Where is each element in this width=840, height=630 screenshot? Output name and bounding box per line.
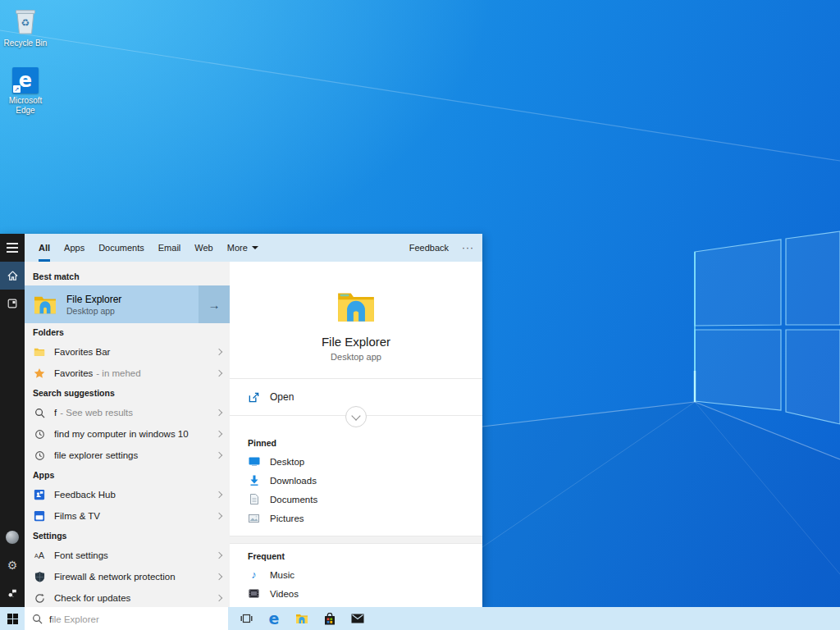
search-icon [32,614,43,624]
notebook-button[interactable] [0,290,25,317]
chevron-right-icon [216,491,222,498]
edge-icon: e [269,611,280,627]
history-icon [33,449,46,462]
section-label-apps: Apps [25,466,230,484]
music-icon: ♪ [248,568,260,582]
chevron-right-icon [216,595,222,601]
search-panel-body: Best match File Explorer Desktop app [25,262,482,607]
shortcut-arrow-icon: ↗ [13,85,21,93]
pinned-item-pictures[interactable]: Pictures [248,509,464,527]
search-panel-main: All Apps Documents Email Web More Feedba… [25,234,482,607]
videos-icon [248,587,260,600]
best-match-result[interactable]: File Explorer Desktop app → [25,285,230,323]
section-label-settings: Settings [25,527,230,545]
mail-taskbar-button[interactable] [344,607,372,630]
best-match-subtitle: Desktop app [66,306,121,316]
chevron-right-icon [216,409,222,416]
chevron-right-icon [216,452,222,459]
pinned-section: Pinned Desktop Downloads [230,434,482,527]
account-button[interactable] [0,523,25,551]
result-favorites[interactable]: Favorites- in mehed [25,363,230,384]
frequent-item-music[interactable]: ♪ Music [248,565,464,584]
result-history-suggestion[interactable]: find my computer in windows 10 [25,423,230,445]
pinned-item-documents[interactable]: Documents [248,490,464,509]
tab-email[interactable]: Email [158,234,181,262]
file-explorer-icon [33,294,57,315]
task-view-button[interactable] [232,607,260,630]
home-button[interactable] [0,262,25,290]
arrow-right-icon: → [208,298,221,312]
desktop-icon-recycle-bin[interactable]: ♻ Recycle Bin [2,7,49,48]
best-match-expand-button[interactable]: → [199,285,230,323]
chevron-right-icon [216,513,222,519]
start-button[interactable] [0,607,25,630]
best-match-heading: Best match [25,262,230,285]
result-font-settings[interactable]: AA Font settings [25,545,230,566]
result-favorites-bar[interactable]: Favorites Bar [25,341,230,363]
result-web-search[interactable]: f- See web results [25,402,230,423]
result-films-tv[interactable]: Films & TV [25,505,230,527]
chevron-down-icon [351,411,360,420]
preview-header: File Explorer Desktop app [230,262,482,379]
best-match-title: File Explorer [66,294,121,306]
overflow-menu-button[interactable]: ··· [462,234,474,262]
star-icon [33,367,46,380]
folder-icon [33,345,46,358]
tab-web[interactable]: Web [194,234,212,262]
notebook-icon [7,298,18,309]
refresh-icon [33,591,46,605]
font-settings-icon: AA [33,549,46,562]
pinned-item-desktop[interactable]: Desktop [248,452,464,471]
search-tabbar: All Apps Documents Email Web More Feedba… [25,234,482,262]
edge-taskbar-button[interactable]: e [260,607,288,630]
feedback-person-icon [7,587,18,599]
home-icon [7,270,19,282]
collapse-button[interactable] [345,406,367,427]
search-results-list: Best match File Explorer Desktop app [25,262,230,607]
chevron-right-icon [216,370,222,377]
file-explorer-icon [295,613,308,624]
file-explorer-icon-large [336,288,377,324]
feedback-button[interactable] [0,579,25,607]
settings-button[interactable]: ⚙ [0,551,25,579]
section-label-search-suggestions: Search suggestions [25,384,230,402]
mail-icon [351,614,364,623]
pictures-icon [248,512,260,525]
chevron-right-icon [216,573,222,580]
menu-button[interactable] [0,234,25,262]
films-tv-icon [33,509,46,523]
result-firewall[interactable]: Firewall & network protection [25,566,230,587]
feedback-link[interactable]: Feedback [409,234,449,262]
recycle-bin-icon: ♻ [11,7,39,36]
tab-apps[interactable]: Apps [64,234,84,262]
result-history-suggestion[interactable]: file explorer settings [25,445,230,466]
tab-more[interactable]: More [227,234,258,262]
feedback-hub-icon [33,488,46,501]
taskbar-search-box[interactable]: file Explorer [25,607,228,630]
result-preview-pane: File Explorer Desktop app Open [230,262,482,607]
best-match-main[interactable]: File Explorer Desktop app [25,285,199,323]
frequent-section: Frequent ♪ Music Videos [230,547,482,603]
desktop-icon-microsoft-edge[interactable]: e ↗ Microsoft Edge [2,67,49,115]
pinned-item-downloads[interactable]: Downloads [248,471,464,490]
open-label: Open [270,391,294,403]
chevron-right-icon [216,349,222,355]
result-check-updates[interactable]: Check for updates [25,587,230,607]
gear-icon: ⚙ [7,559,18,571]
tab-all[interactable]: All [39,234,50,262]
desktop-icon-label: Microsoft Edge [2,96,49,115]
store-taskbar-button[interactable] [316,607,344,630]
preview-subtitle: Desktop app [331,352,381,362]
frequent-label: Frequent [248,547,464,565]
frequent-item-videos[interactable]: Videos [248,584,464,603]
documents-icon [248,493,260,506]
shield-icon [33,570,46,583]
windows-logo-icon [7,614,18,624]
chevron-right-icon [216,431,222,437]
file-explorer-taskbar-button[interactable] [288,607,316,630]
pinned-label: Pinned [248,434,464,452]
result-feedback-hub[interactable]: Feedback Hub [25,484,230,505]
tab-documents[interactable]: Documents [98,234,144,262]
preview-divider [230,415,482,434]
avatar [6,531,19,544]
